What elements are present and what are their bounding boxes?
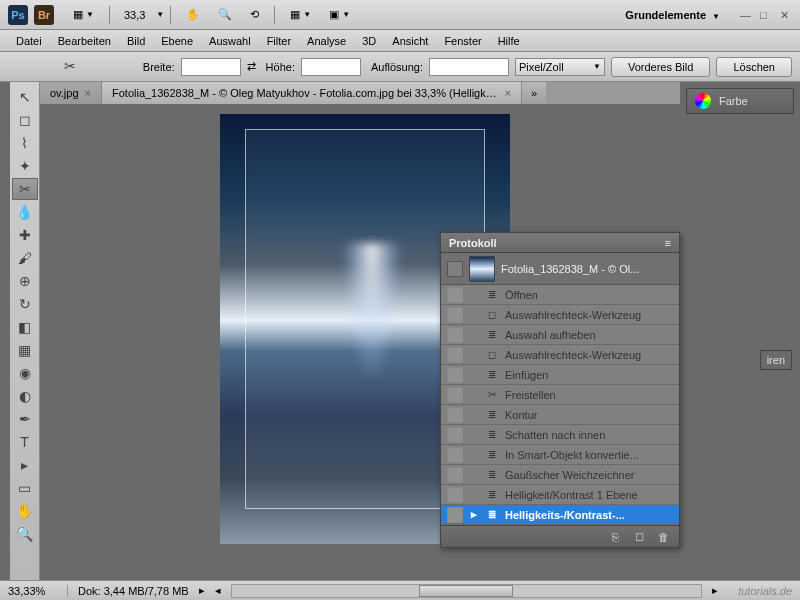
scroll-right-button[interactable]: ▸ — [712, 584, 718, 597]
menu-filter[interactable]: Filter — [259, 33, 299, 49]
gradient-tool[interactable]: ▦ — [12, 339, 38, 361]
zoom-tool-button[interactable]: 🔍 — [211, 5, 239, 25]
height-input[interactable] — [301, 58, 361, 76]
history-state[interactable]: ▸≣Helligkeits-/Kontrast-... — [441, 505, 679, 525]
history-brush-tool[interactable]: ↻ — [12, 293, 38, 315]
history-source-toggle[interactable] — [447, 487, 463, 503]
wand-tool[interactable]: ✦ — [12, 155, 38, 177]
heal-tool[interactable]: ✚ — [12, 224, 38, 246]
swap-icon[interactable]: ⇄ — [247, 60, 256, 73]
history-source-toggle[interactable] — [447, 327, 463, 343]
scrollbar-thumb[interactable] — [419, 585, 513, 597]
dodge-tool[interactable]: ◐ — [12, 385, 38, 407]
move-tool[interactable]: ↖ — [12, 86, 38, 108]
history-source-toggle[interactable] — [447, 407, 463, 423]
menu-bild[interactable]: Bild — [119, 33, 153, 49]
scroll-left-button[interactable]: ◂ — [215, 584, 221, 597]
snapshot-thumbnail — [469, 256, 495, 282]
color-panel-collapsed[interactable]: Farbe — [686, 88, 794, 114]
crop-tool-indicator[interactable]: ✂ — [57, 55, 83, 77]
path-select-tool[interactable]: ▸ — [12, 454, 38, 476]
menu-bearbeiten[interactable]: Bearbeiten — [50, 33, 119, 49]
history-state[interactable]: ≣Gaußscher Weichzeichner — [441, 465, 679, 485]
history-state[interactable]: ≣Öffnen — [441, 285, 679, 305]
menu-ansicht[interactable]: Ansicht — [384, 33, 436, 49]
marquee-tool[interactable]: ◻ — [12, 109, 38, 131]
history-source-toggle[interactable] — [447, 427, 463, 443]
eraser-tool[interactable]: ◧ — [12, 316, 38, 338]
history-state-label: Freistellen — [505, 389, 556, 401]
type-tool[interactable]: T — [12, 431, 38, 453]
history-state[interactable]: ≣Helligkeit/Kontrast 1 Ebene — [441, 485, 679, 505]
snapshot-source-toggle[interactable] — [447, 261, 463, 277]
history-state[interactable]: ≣Schatten nach innen — [441, 425, 679, 445]
zoom-tool[interactable]: 🔍 — [12, 523, 38, 545]
history-source-toggle[interactable] — [447, 347, 463, 363]
eyedropper-tool[interactable]: 💧 — [12, 201, 38, 223]
bridge-icon[interactable]: Br — [34, 5, 54, 25]
history-source-toggle[interactable] — [447, 387, 463, 403]
resolution-unit-select[interactable]: Pixel/Zoll▼ — [515, 58, 605, 76]
menu-auswahl[interactable]: Auswahl — [201, 33, 259, 49]
clear-button[interactable]: Löschen — [716, 57, 792, 77]
front-image-button[interactable]: Vorderes Bild — [611, 57, 710, 77]
document-tab-0[interactable]: ov.jpg× — [40, 82, 102, 104]
history-state[interactable]: ≣In Smart-Objekt konvertie... — [441, 445, 679, 465]
history-source-toggle[interactable] — [447, 447, 463, 463]
close-icon[interactable]: × — [85, 87, 91, 99]
history-state[interactable]: ≣Auswahl aufheben — [441, 325, 679, 345]
close-button[interactable]: ✕ — [780, 9, 792, 21]
history-state[interactable]: ◻Auswahlrechteck-Werkzeug — [441, 305, 679, 325]
history-state[interactable]: ◻Auswahlrechteck-Werkzeug — [441, 345, 679, 365]
pen-tool[interactable]: ✒ — [12, 408, 38, 430]
resolution-input[interactable] — [429, 58, 509, 76]
history-source-toggle[interactable] — [447, 287, 463, 303]
history-source-toggle[interactable] — [447, 507, 463, 523]
history-snapshot-row[interactable]: Fotolia_1362838_M - © Ol... — [441, 253, 679, 285]
history-state[interactable]: ≣Einfügen — [441, 365, 679, 385]
menu-hilfe[interactable]: Hilfe — [490, 33, 528, 49]
create-document-from-state-button[interactable]: ⎘ — [607, 529, 623, 545]
minimize-button[interactable]: — — [740, 9, 752, 21]
arrange-docs-button[interactable]: ▦▼ — [283, 5, 318, 25]
history-state-label: Auswahlrechteck-Werkzeug — [505, 349, 641, 361]
screen-mode-button[interactable]: ▣▼ — [322, 5, 357, 25]
history-state[interactable]: ✂Freistellen — [441, 385, 679, 405]
panel-menu-icon[interactable]: ≡ — [665, 237, 671, 249]
horizontal-scrollbar[interactable] — [231, 584, 703, 598]
shape-tool[interactable]: ▭ — [12, 477, 38, 499]
lasso-tool[interactable]: ⌇ — [12, 132, 38, 154]
delete-state-button[interactable]: 🗑 — [655, 529, 671, 545]
workspace-switcher[interactable]: Grundelemente ▼ — [625, 9, 720, 21]
history-source-toggle[interactable] — [447, 467, 463, 483]
status-arrow-icon[interactable]: ▸ — [199, 584, 205, 597]
width-input[interactable] — [181, 58, 241, 76]
stamp-tool[interactable]: ⊕ — [12, 270, 38, 292]
brush-tool[interactable]: 🖌 — [12, 247, 38, 269]
status-zoom[interactable]: 33,33% — [8, 585, 68, 597]
tab-scroll-right[interactable]: » — [522, 82, 546, 104]
new-snapshot-button[interactable]: ◻ — [631, 529, 647, 545]
close-icon[interactable]: × — [505, 87, 511, 99]
zoom-display[interactable]: 33,3 — [124, 9, 145, 21]
rotate-view-button[interactable]: ⟲ — [243, 5, 266, 25]
menu-3d[interactable]: 3D — [354, 33, 384, 49]
menu-datei[interactable]: Datei — [8, 33, 50, 49]
history-source-toggle[interactable] — [447, 367, 463, 383]
document-tab-1[interactable]: Fotolia_1362838_M - © Oleg Matyukhov - F… — [102, 82, 522, 104]
menu-fenster[interactable]: Fenster — [436, 33, 489, 49]
hand-tool-button[interactable]: ✋ — [179, 5, 207, 25]
blur-tool[interactable]: ◉ — [12, 362, 38, 384]
view-extras-button[interactable]: ▦▼ — [66, 5, 101, 25]
options-bar: ✂ Breite: ⇄ Höhe: Auflösung: Pixel/Zoll▼… — [0, 52, 800, 82]
history-source-toggle[interactable] — [447, 307, 463, 323]
crop-tool[interactable]: ✂ — [12, 178, 38, 200]
history-panel-header[interactable]: Protokoll ≡ — [441, 233, 679, 253]
status-doc-size[interactable]: Dok: 3,44 MB/7,78 MB — [78, 585, 189, 597]
menu-analyse[interactable]: Analyse — [299, 33, 354, 49]
menu-ebene[interactable]: Ebene — [153, 33, 201, 49]
history-state[interactable]: ≣Kontur — [441, 405, 679, 425]
panel-dock: Farbe — [680, 82, 800, 580]
maximize-button[interactable]: □ — [760, 9, 772, 21]
hand-tool[interactable]: ✋ — [12, 500, 38, 522]
